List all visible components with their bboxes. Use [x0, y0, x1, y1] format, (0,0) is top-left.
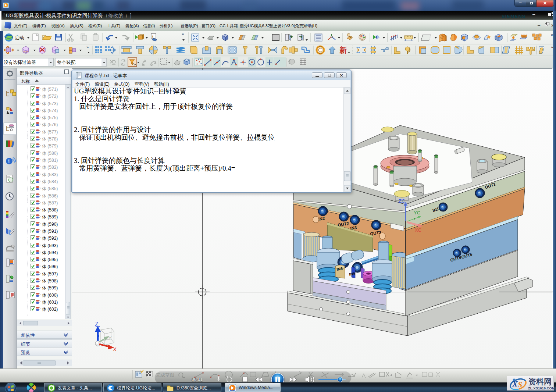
svg-text:IN8: IN8: [336, 266, 343, 271]
svg-text:启动: 启动: [15, 35, 24, 40]
svg-text:ZC: ZC: [399, 198, 405, 204]
svg-text:XC: XC: [415, 227, 421, 233]
svg-text:S: S: [518, 380, 522, 389]
svg-text:»: »: [86, 45, 89, 49]
svg-text:IN3: IN3: [350, 225, 357, 231]
svg-text:新: 新: [339, 46, 347, 54]
svg-text:YC: YC: [414, 210, 420, 215]
svg-text:i: i: [152, 34, 153, 38]
svg-text:没有选择过滤器: 没有选择过滤器: [4, 60, 36, 65]
svg-text:整个装配: 整个装配: [57, 60, 76, 65]
svg-text:X: X: [512, 379, 518, 388]
svg-text:IN9: IN9: [349, 271, 356, 277]
svg-text:»: »: [182, 32, 184, 36]
svg-text:IN2: IN2: [318, 216, 325, 221]
